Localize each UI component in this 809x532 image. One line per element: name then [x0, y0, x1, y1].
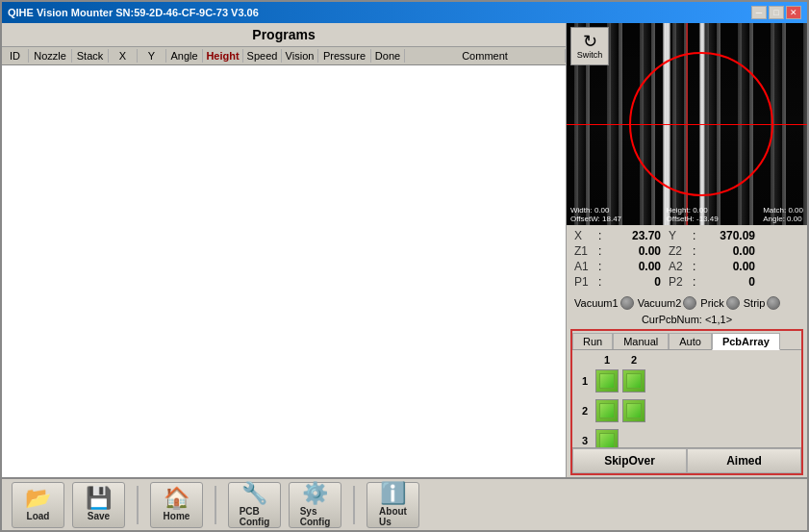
about-label: AboutUs — [379, 506, 407, 527]
col-x: X — [109, 49, 138, 63]
height-label: Height: 0.00 — [667, 206, 719, 215]
col-done: Done — [371, 49, 405, 63]
title-bar: QIHE Vision Mounter SN:59-2D-46-CF-9C-73… — [2, 2, 807, 23]
toolbar-divider-2 — [215, 486, 216, 524]
close-button[interactable]: ✕ — [786, 6, 801, 19]
switch-icon: ↻ — [583, 33, 597, 50]
row-label-2: 2 — [576, 405, 594, 417]
offseth-label: OffsetH: -13.49 — [667, 215, 719, 223]
pcb-config-button[interactable]: 🔧 PCBConfig — [228, 482, 281, 528]
sys-config-button[interactable]: ⚙️ SysConfig — [289, 482, 341, 528]
p2-value: 0 — [702, 275, 755, 289]
camera-info-width: Width: 0.00 OffsetW: 18.47 — [570, 206, 621, 223]
camera-info-height: Height: 0.00 OffsetH: -13.49 — [667, 206, 719, 223]
save-icon: 💾 — [86, 488, 112, 509]
toolbar-divider-1 — [137, 486, 139, 524]
col-vision: Vision — [282, 49, 318, 63]
col-nozzle: Nozzle — [29, 49, 72, 63]
main-window: QIHE Vision Mounter SN:59-2D-46-CF-9C-73… — [0, 0, 809, 532]
strip-label: Strip — [744, 297, 766, 309]
load-label: Load — [27, 511, 50, 521]
skipover-button[interactable]: SkipOver — [572, 448, 687, 473]
vacuum1-led — [620, 296, 634, 310]
restore-button[interactable]: □ — [769, 6, 784, 19]
pcb-config-label: PCBConfig — [240, 506, 270, 527]
sys-config-label: SysConfig — [300, 506, 331, 527]
a2-value: 0.00 — [702, 260, 755, 273]
p1-value: 0 — [608, 275, 661, 289]
p1-label: P1 — [574, 275, 598, 289]
pcb-cell-2-2[interactable] — [622, 399, 645, 422]
col-y: Y — [138, 49, 166, 63]
pcb-cell-1-1[interactable] — [595, 369, 619, 393]
a1-label: A1 — [574, 260, 598, 273]
right-panel: ↻ Switch Width: 0.00 OffsetW: 18.47 Heig… — [567, 23, 807, 477]
pcb-row-1: 1 — [576, 367, 797, 394]
strip-sensor: Strip — [744, 296, 781, 310]
coordinates-panel: X : 23.70 Y : 370.09 Z1 : 0.00 Z2 : 0.00… — [567, 225, 807, 294]
col-stack: Stack — [72, 49, 109, 63]
col-id: ID — [2, 49, 29, 63]
cur-pcb-num: CurPcbNum: <1,1> — [567, 312, 807, 327]
pcb-config-icon: 🔧 — [241, 483, 267, 504]
z2-value: 0.00 — [702, 244, 755, 258]
col-label-2: 2 — [620, 354, 647, 366]
a1-value: 0.00 — [608, 260, 661, 273]
tab-auto[interactable]: Auto — [669, 333, 712, 349]
load-button[interactable]: 📂 Load — [12, 482, 64, 528]
z2-label: Z2 — [669, 244, 693, 258]
pcb-grid-header: 1 2 — [594, 354, 797, 366]
col-height: Height — [203, 49, 243, 63]
save-button[interactable]: 💾 Save — [72, 482, 125, 528]
vacuum1-label: Vacuum1 — [574, 297, 619, 309]
tab-run[interactable]: Run — [572, 333, 613, 349]
aimed-button[interactable]: Aimed — [687, 448, 801, 473]
programs-header: Programs — [2, 23, 566, 47]
prick-label: Prick — [700, 297, 723, 309]
home-icon: 🏠 — [164, 488, 190, 509]
tab-manual[interactable]: Manual — [613, 333, 669, 349]
col-label-1: 1 — [594, 354, 620, 366]
width-label: Width: 0.00 — [570, 206, 621, 215]
pcb-cell-3-1[interactable] — [595, 429, 619, 447]
col-pressure: Pressure — [318, 49, 371, 63]
pcb-row-2: 2 — [576, 397, 797, 424]
a2-label: A2 — [669, 260, 693, 273]
pcb-cell-1-2[interactable] — [622, 369, 645, 393]
sensors-row: Vacuum1 Vacuum2 Prick Strip — [567, 294, 807, 312]
vacuum2-sensor: Vacuum2 — [638, 296, 697, 310]
minimize-button[interactable]: ─ — [751, 6, 767, 19]
coord-row-xy: X : 23.70 Y : 370.09 — [574, 229, 799, 242]
y-label: Y — [669, 229, 693, 242]
sys-config-icon: ⚙️ — [302, 483, 328, 504]
camera-info-match: Match: 0.00 Angle: 0.00 — [763, 206, 803, 223]
y-value: 370.09 — [702, 229, 755, 242]
load-icon: 📂 — [25, 488, 51, 509]
row-label-1: 1 — [576, 375, 594, 387]
save-label: Save — [88, 511, 110, 521]
col-angle: Angle — [166, 49, 203, 63]
vacuum2-led — [683, 296, 696, 310]
bottom-toolbar: 📂 Load 💾 Save 🏠 Home 🔧 PCBConfig ⚙️ SysC… — [2, 477, 807, 530]
switch-button[interactable]: ↻ Switch — [570, 27, 609, 65]
prick-led — [726, 296, 740, 310]
vacuum2-label: Vacuum2 — [638, 297, 682, 309]
pcb-actions: SkipOver Aimed — [572, 447, 801, 473]
z1-value: 0.00 — [608, 244, 661, 258]
strip-led — [767, 296, 780, 310]
pcb-cell-2-1[interactable] — [595, 399, 619, 422]
x-label: X — [574, 229, 598, 242]
table-body — [2, 65, 566, 477]
about-button[interactable]: ℹ️ AboutUs — [367, 482, 419, 528]
switch-label: Switch — [577, 50, 603, 60]
tab-pcbarray[interactable]: PcbArray — [712, 333, 780, 350]
table-header: ID Nozzle Stack X Y Angle Height Speed V… — [2, 47, 566, 65]
toolbar-divider-3 — [353, 486, 355, 524]
col-speed: Speed — [243, 49, 282, 63]
home-button[interactable]: 🏠 Home — [150, 482, 203, 528]
offsetw-label: OffsetW: 18.47 — [570, 215, 621, 223]
home-label: Home — [164, 511, 190, 521]
camera-info-overlay: Width: 0.00 OffsetW: 18.47 Height: 0.00 … — [567, 206, 807, 223]
row-label-3: 3 — [576, 435, 594, 446]
pcb-array-body: 1 2 1 2 3 — [572, 350, 801, 447]
